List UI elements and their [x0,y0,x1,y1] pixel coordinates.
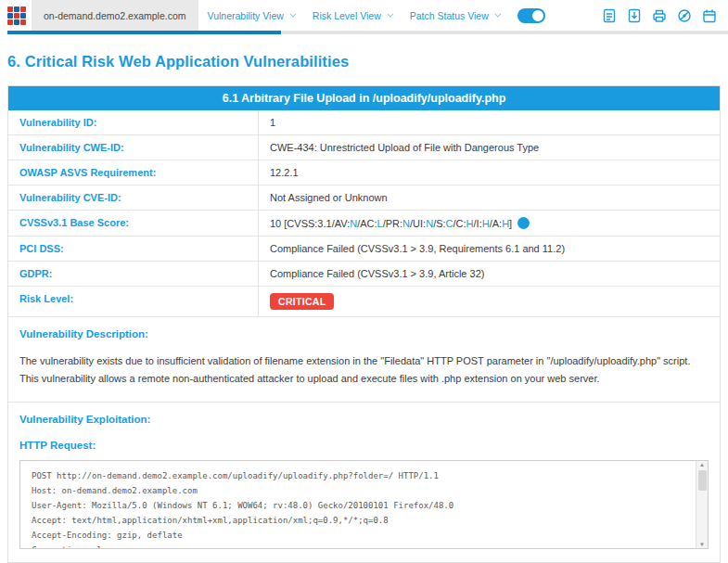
tab-hostname-active[interactable]: on-demand.demo2.example.com [32,0,198,31]
scroll-up-icon[interactable]: ▲ [699,462,705,467]
info-icon[interactable]: i [517,217,530,229]
http-request-label: HTTP Request: [19,440,709,451]
scroll-down-icon[interactable]: ▼ [699,542,705,547]
table-row-cvss-score: CVSSv3.1 Base Score: 10 [CVSS:3.1/AV:N/A… [8,211,720,237]
code-line: User-Agent: Mozilla/5.0 (Windows NT 6.1;… [32,498,687,513]
row-value: Compliance Failed (CVSSv3.1 > 3.9, Requi… [259,237,720,261]
table-row-gdpr: GDPR: Compliance Failed (CVSSv3.1 > 3.9,… [8,262,720,287]
row-label: PCI DSS: [8,237,259,261]
tab-vulnerability-view[interactable]: Vulnerability View [198,0,303,31]
code-line: Connection: close [32,543,687,549]
cvss-vector-value: 10 [CVSS:3.1/AV:N/AC:L/PR:N/UI:N/S:C/C:H… [259,211,720,236]
scroll-progress-bar [7,31,728,34]
exploitation-section: Vulnerability Exploitation: HTTP Request… [8,403,720,562]
chevron-down-icon [289,11,296,18]
code-line: Accept: text/html,application/xhtml+xml,… [32,513,687,528]
row-label: Vulnerability CWE-ID: [8,135,259,160]
code-line: Host: on-demand.demo2.example.com [32,483,687,498]
vulnerability-card-header: 6.1 Arbitrary File Upload in /uploadify/… [8,86,720,110]
chevron-down-icon [387,11,393,18]
export-pdf-icon[interactable] [602,8,617,23]
scrollbar-thumb[interactable] [698,470,707,491]
print-icon[interactable] [652,8,667,23]
top-navigation-bar: on-demand.demo2.example.com Vulnerabilit… [0,0,728,31]
row-label: OWASP ASVS Requirement: [8,160,259,185]
code-scrollbar[interactable]: ▲ ▼ [696,461,708,548]
row-value: CRITICAL [259,287,720,316]
code-line: POST http://on-demand.demo2.example.com/… [32,468,687,483]
row-value: 1 [259,110,720,134]
row-label: GDPR: [8,262,259,286]
page-title: 6. Critical Risk Web Application Vulnera… [7,53,721,70]
tab-patch-status-view[interactable]: Patch Status View [401,0,508,31]
table-row-risk-level: Risk Level: CRITICAL [8,287,720,317]
brand-logo-icon [7,6,26,25]
row-label: CVSSv3.1 Base Score: [8,211,259,236]
row-value: Not Assigned or Unknown [259,186,720,210]
table-row-owasp-asvs: OWASP ASVS Requirement: 12.2.1 [8,160,720,186]
download-icon[interactable] [627,8,642,23]
description-label: Vulnerability Description: [19,328,709,339]
table-row-vulnerability-id: Vulnerability ID: 1 [8,110,720,135]
code-line: Accept-Encoding: gzip, deflate [32,528,687,543]
calendar-icon[interactable] [702,8,717,23]
chevron-down-icon [494,11,501,18]
table-row-cve-id: Vulnerability CVE-ID: Not Assigned or Un… [8,186,720,211]
row-value: Compliance Failed (CVSSv3.1 > 3.9, Artic… [259,262,720,286]
tab-risk-level-view[interactable]: Risk Level View [303,0,401,31]
row-value: CWE-434: Unrestricted Upload of File wit… [259,135,720,160]
toolbar-icons [602,0,728,31]
row-label: Vulnerability CVE-ID: [8,186,259,210]
row-label: Risk Level: [8,287,259,316]
table-row-pci-dss: PCI DSS: Compliance Failed (CVSSv3.1 > 3… [8,237,720,262]
hostname-label: on-demand.demo2.example.com [44,10,186,21]
toggle-knob [532,10,543,21]
row-value: 12.2.1 [259,160,720,185]
description-section: Vulnerability Description: The vulnerabi… [8,317,720,403]
compass-icon[interactable] [677,8,692,23]
view-toggle-switch[interactable] [517,8,545,23]
exploitation-label: Vulnerability Exploitation: [19,414,709,425]
scroll-progress-fill [7,31,281,34]
http-request-code-block[interactable]: POST http://on-demand.demo2.example.com/… [19,460,709,549]
row-label: Vulnerability ID: [8,110,259,134]
description-text: The vulnerability exists due to insuffic… [19,352,709,389]
table-row-cwe-id: Vulnerability CWE-ID: CWE-434: Unrestric… [8,135,720,160]
risk-level-badge: CRITICAL [270,293,334,310]
vulnerability-card: 6.1 Arbitrary File Upload in /uploadify/… [7,85,721,563]
